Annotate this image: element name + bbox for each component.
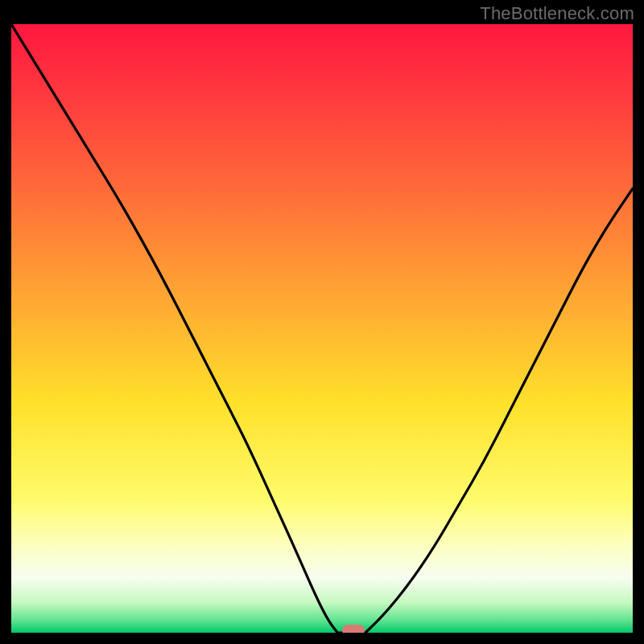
- chart-plot-area: [11, 24, 633, 633]
- optimal-point-marker: [342, 625, 365, 633]
- attribution-text: TheBottleneck.com: [480, 3, 634, 24]
- chart-curve: [11, 24, 633, 633]
